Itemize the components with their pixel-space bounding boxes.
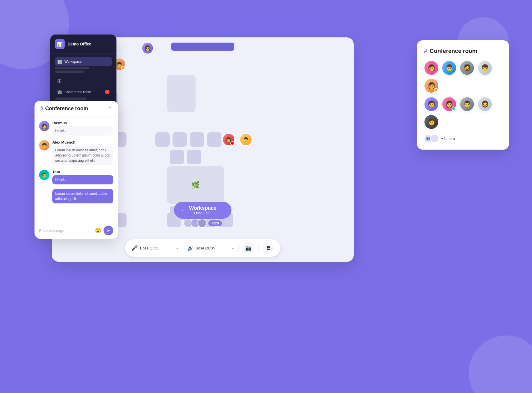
speaker-icon: 🔊	[187, 245, 194, 251]
mic-device-selector[interactable]: 🎤 Bose QC35 ▲	[131, 245, 179, 251]
floor-nav[interactable]: ← Workspace Floor 1 of 5 →	[174, 202, 231, 219]
avatar-badge	[230, 141, 234, 145]
sidebar-bar	[55, 70, 84, 73]
right-avatars-upper: 👩 👨	[221, 132, 253, 147]
avatar-alex: 👦	[39, 140, 49, 150]
toolbar-divider-2	[238, 244, 239, 252]
chat-collapse-button[interactable]: ⌃	[108, 106, 112, 112]
chat-message: 👨 Tom Hello!..	[39, 170, 113, 184]
message-bubble: Hello!..	[52, 126, 113, 136]
desk-seat-occupied: 👨	[239, 132, 253, 147]
grid-icon: ⊞	[57, 78, 62, 84]
conf-avatar: 🧔	[477, 97, 492, 112]
chat-header: # Conference room ⌃	[35, 101, 118, 117]
floor-avatar-cluster: +123	[183, 219, 222, 228]
mic-chevron-icon: ▲	[176, 247, 179, 250]
conf-hash-icon: #	[424, 47, 427, 55]
conf-avatars-row1: 👩 👨 🧔 👦 👩	[424, 60, 502, 93]
conf-more-avatar	[430, 134, 439, 143]
desk-seat	[170, 150, 184, 164]
conf-popup-title: # Conference room	[424, 47, 502, 55]
conf-more-count: +4 more	[441, 136, 455, 141]
avatar-rasmus: 👩	[39, 121, 49, 131]
conf-avatar: 👩	[424, 78, 439, 93]
avatar-badge-gold	[121, 66, 125, 70]
speaker-device-name: Bose QC35	[196, 246, 229, 250]
sidebar-item-label: Conference room	[64, 90, 91, 94]
desk-seat	[190, 132, 204, 147]
message-content: Lorem ipsum dolor sit amet, ctetur adipi…	[52, 189, 113, 203]
avatar-tom: 👨	[39, 170, 49, 180]
conf-avatar: 👦	[477, 60, 492, 75]
chat-message-input[interactable]	[39, 228, 93, 233]
message-content: Alex Muench Lorem ipsum dolor sit amet, …	[52, 140, 113, 165]
send-message-button[interactable]: ➤	[104, 226, 113, 235]
chat-message: 👩 Rasmus Hello!..	[39, 121, 113, 136]
chat-panel: # Conference room ⌃ 👩 Rasmus Hello!.. 👦 …	[35, 101, 118, 239]
message-bubble-purple: Hello!..	[52, 175, 113, 184]
desk-row-2-right	[155, 132, 221, 147]
message-content: Tom Hello!..	[52, 170, 113, 184]
sidebar-header: 📊 Demo Office	[50, 35, 116, 54]
conf-avatar: 👩	[442, 97, 457, 112]
desk-seat	[187, 150, 201, 164]
send-icon: ➤	[107, 228, 110, 233]
sender-name: Rasmus	[52, 121, 113, 125]
app-logo: 📊	[55, 39, 65, 49]
floor-info: Workspace Floor 1 of 5	[189, 205, 217, 215]
floor-count: +123	[208, 220, 222, 226]
toolbar-divider-3	[258, 244, 259, 252]
floor-next-arrow[interactable]: →	[219, 207, 225, 213]
chat-hash-icon: #	[40, 105, 43, 112]
sidebar-bar	[55, 67, 89, 69]
sidebar-item-conference[interactable]: 🏢 Conference room 2	[55, 88, 112, 96]
conference-popup: # Conference room 👩 👨 🧔 👦 👩 🧑 👩 👨 🧔 🧑 👥 …	[417, 40, 509, 150]
message-content: Rasmus Hello!..	[52, 121, 113, 136]
toolbar-divider	[183, 244, 183, 252]
meeting-table-right	[167, 75, 196, 112]
chat-message: 👦 Alex Muench Lorem ipsum dolor sit amet…	[39, 140, 113, 165]
floor-title: Workspace	[189, 205, 217, 211]
sidebar-workspace-details	[55, 67, 112, 73]
avatar: 👩	[222, 133, 235, 146]
conf-avatar: 🧑	[424, 97, 439, 112]
org-name: Demo Office	[68, 42, 91, 46]
mic-device-name: Bose QC35	[140, 246, 174, 250]
meeting-table: 🌿	[167, 166, 224, 204]
floor-prev-arrow[interactable]: ←	[181, 207, 186, 213]
chat-title: # Conference room	[40, 105, 88, 112]
chat-input-area: 🙂 ➤	[35, 222, 118, 239]
conf-avatar: 🧔	[460, 60, 474, 75]
conf-avatar-badge-teal	[451, 106, 456, 110]
conf-avatar-badge	[434, 88, 438, 92]
floor-nav-row: ← Workspace Floor 1 of 5 →	[181, 205, 225, 215]
chat-room-name: Conference room	[45, 106, 88, 112]
avatar: 👨	[240, 133, 252, 146]
speaker-chevron-icon: ▲	[231, 247, 234, 250]
emoji-button[interactable]: 🙂	[95, 227, 101, 234]
conf-room-name: Conference room	[430, 48, 477, 54]
sender-name: Tom	[52, 170, 113, 174]
camera-button[interactable]: 📷	[243, 242, 254, 254]
workspace-icon: 🏢	[57, 59, 62, 64]
bg-decoration-br	[469, 335, 532, 393]
conf-avatar: 🧑	[424, 115, 439, 129]
screenshare-button[interactable]: 🖥	[263, 242, 274, 254]
sidebar-item-workspace[interactable]: 🏢 Workspace	[55, 57, 112, 66]
desk-seat	[173, 132, 187, 147]
right-table-area	[167, 75, 196, 112]
floor-avatar-3	[197, 219, 206, 228]
speaker-device-selector[interactable]: 🔊 Bose QC35 ▲	[187, 245, 235, 251]
sidebar-item-grid[interactable]: ⊞	[55, 75, 112, 87]
conf-avatars-row2: 🧑 👩 👨 🧔 🧑	[424, 97, 502, 129]
chat-message: Lorem ipsum dolor sit amet, ctetur adipi…	[39, 189, 113, 203]
desk-seat	[207, 132, 221, 147]
chat-messages-list: 👩 Rasmus Hello!.. 👦 Alex Muench Lorem ip…	[35, 117, 118, 222]
conf-avatar: 👨	[442, 60, 457, 75]
workspace-toolbar: 🎤 Bose QC35 ▲ 🔊 Bose QC35 ▲ 📷 🖥	[125, 239, 280, 257]
desk-seat-occupied: 👩	[221, 132, 236, 147]
sidebar-bar	[55, 98, 87, 100]
sender-name: Alex Muench	[52, 140, 113, 144]
sidebar-item-label: Workspace	[64, 60, 82, 64]
conf-more-avatars: 👥	[424, 134, 439, 143]
